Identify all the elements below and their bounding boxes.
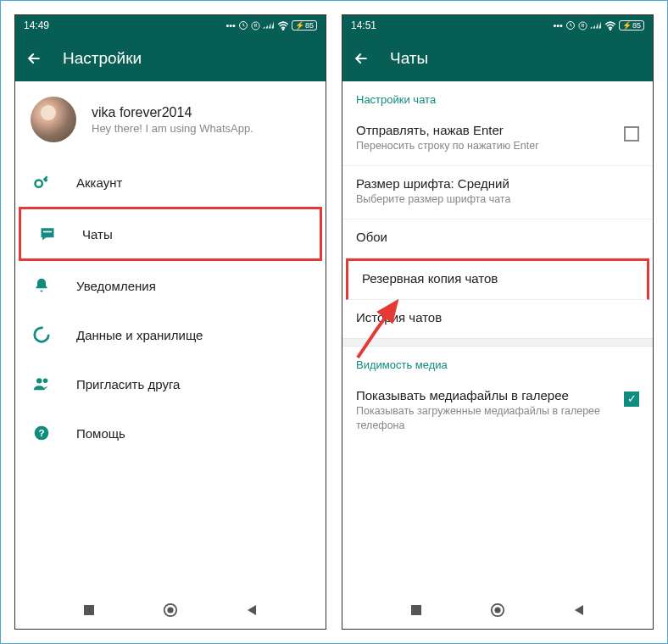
svg-point-7 — [36, 378, 42, 383]
section-divider — [342, 338, 653, 347]
menu-item-notifications[interactable]: Уведомления — [15, 261, 326, 310]
setting-backup[interactable]: Резервная копия чатов — [346, 258, 649, 300]
menu-item-account[interactable]: Аккаунт — [15, 158, 326, 207]
nav-back-icon[interactable] — [571, 602, 587, 618]
svg-point-17 — [610, 28, 610, 29]
setting-title: Обои — [356, 230, 387, 244]
data-usage-icon — [32, 325, 51, 344]
phone-settings: 14:49 ••• R ⚡85 Настройки vika forever20… — [14, 14, 326, 630]
header-bar: Чаты — [342, 36, 653, 81]
svg-point-3 — [282, 28, 283, 29]
setting-enter-send[interactable]: Отправлять, нажав Enter Переносить строк… — [342, 113, 653, 166]
svg-rect-18 — [411, 605, 421, 615]
back-icon[interactable] — [25, 50, 42, 67]
menu-item-help[interactable]: ? Помощь — [15, 408, 326, 458]
menu-item-data[interactable]: Данные и хранилище — [15, 310, 326, 359]
svg-rect-11 — [84, 605, 94, 615]
status-icons: ••• R ⚡85 — [225, 20, 317, 31]
page-title: Настройки — [63, 49, 142, 68]
header-bar: Настройки — [15, 36, 326, 81]
chats-settings-content: Настройки чата Отправлять, нажав Enter П… — [342, 81, 653, 591]
setting-subtitle: Переносить строку по нажатию Enter — [356, 139, 538, 153]
menu-item-chats[interactable]: Чаты — [19, 207, 322, 261]
profile-name: vika forever2014 — [92, 105, 253, 120]
svg-text:?: ? — [38, 427, 44, 438]
setting-subtitle: Выберите размер шрифта чата — [356, 192, 510, 207]
svg-point-6 — [35, 328, 49, 342]
svg-text:R: R — [581, 23, 584, 28]
profile-status: Hey there! I am using WhatsApp. — [92, 122, 253, 135]
menu-item-invite[interactable]: Пригласить друга — [15, 359, 326, 408]
svg-rect-5 — [43, 231, 52, 233]
android-nav-bar — [342, 591, 653, 629]
menu-label: Аккаунт — [76, 175, 122, 190]
bell-icon — [32, 276, 51, 295]
checkbox-checked[interactable]: ✓ — [624, 391, 639, 407]
setting-title: Резервная копия чатов — [362, 271, 498, 286]
svg-text:R: R — [253, 23, 257, 28]
setting-history[interactable]: История чатов — [342, 300, 653, 338]
status-time: 14:51 — [351, 19, 376, 31]
status-icons: ••• R ⚡85 — [553, 20, 644, 31]
menu-label: Помощь — [76, 426, 125, 441]
android-nav-bar — [15, 591, 326, 629]
key-icon — [32, 173, 51, 192]
svg-point-13 — [167, 607, 173, 613]
setting-title: Отправлять, нажав Enter — [356, 123, 538, 137]
svg-point-4 — [36, 180, 42, 187]
section-chat-settings: Настройки чата — [342, 81, 653, 113]
setting-media-visibility[interactable]: Показывать медиафайлы в галерее Показыва… — [342, 378, 653, 445]
nav-home-icon[interactable] — [490, 602, 505, 618]
setting-title: История чатов — [356, 310, 442, 325]
page-title: Чаты — [390, 49, 428, 68]
svg-point-20 — [494, 607, 500, 613]
nav-recent-icon[interactable] — [81, 602, 97, 618]
section-media-visibility: Видимость медиа — [342, 347, 653, 378]
settings-content: vika forever2014 Hey there! I am using W… — [15, 81, 326, 591]
status-time: 14:49 — [24, 19, 49, 31]
menu-label: Уведомления — [76, 279, 156, 293]
menu-label: Данные и хранилище — [76, 328, 203, 342]
setting-font-size[interactable]: Размер шрифта: Средний Выберите размер ш… — [342, 166, 653, 219]
setting-subtitle: Показывать загруженные медиафайлы в гале… — [356, 404, 614, 433]
avatar — [31, 97, 76, 142]
back-icon[interactable] — [353, 50, 370, 67]
status-bar: 14:51 ••• R ⚡85 — [342, 15, 653, 36]
nav-recent-icon[interactable] — [409, 602, 424, 618]
setting-title: Показывать медиафайлы в галерее — [356, 388, 614, 402]
nav-back-icon[interactable] — [244, 602, 259, 618]
svg-point-8 — [43, 379, 48, 384]
phone-chats: 14:51 ••• R ⚡85 Чаты Настройки чата Отпр… — [342, 14, 654, 630]
chat-icon — [38, 225, 57, 243]
checkbox-unchecked[interactable] — [624, 126, 639, 142]
menu-label: Чаты — [82, 227, 113, 242]
status-bar: 14:49 ••• R ⚡85 — [15, 15, 326, 36]
nav-home-icon[interactable] — [163, 602, 178, 618]
setting-wallpaper[interactable]: Обои — [342, 219, 653, 258]
menu-label: Пригласить друга — [76, 377, 180, 391]
profile-row[interactable]: vika forever2014 Hey there! I am using W… — [15, 81, 326, 158]
people-icon — [32, 375, 51, 393]
help-icon: ? — [32, 424, 51, 442]
setting-title: Размер шрифта: Средний — [356, 176, 510, 191]
